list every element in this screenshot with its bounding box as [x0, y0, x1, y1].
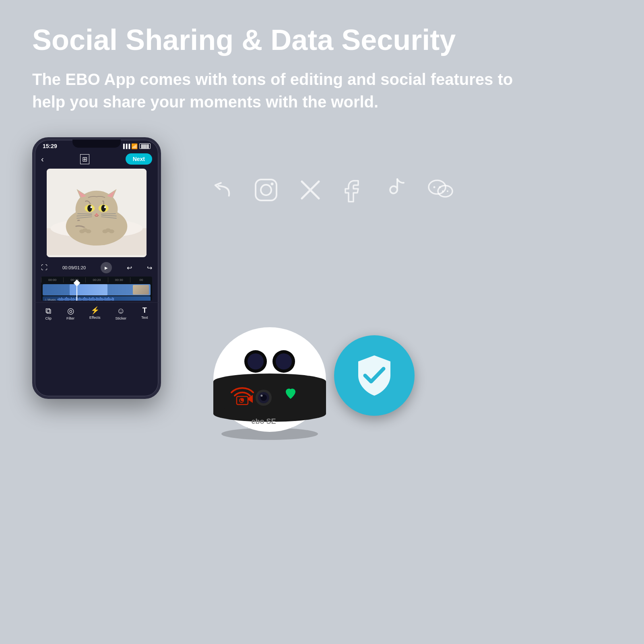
svg-rect-71 — [107, 298, 108, 301]
svg-rect-58 — [91, 298, 92, 301]
waveform — [58, 297, 114, 301]
svg-rect-34 — [62, 298, 63, 301]
svg-rect-57 — [90, 298, 91, 301]
content-area: 15:29 ▐▐▐ 📶 ▓▓▓ ‹ ⊞ Next — [32, 137, 612, 440]
ruler-30: 00:30 — [108, 277, 130, 283]
filter-icon: ◎ — [67, 307, 74, 315]
svg-rect-31 — [59, 298, 60, 301]
svg-point-92 — [213, 374, 326, 390]
svg-rect-65 — [100, 297, 101, 301]
sticker-icon: ☺ — [117, 307, 125, 315]
phone-notch — [72, 140, 121, 148]
svg-rect-43 — [73, 298, 74, 301]
svg-rect-50 — [82, 299, 83, 300]
svg-rect-35 — [64, 299, 64, 300]
phone-header: ‹ ⊞ Next — [35, 151, 159, 167]
timeline-track: 00:00 00:10 00:20 00:30 00 — [41, 277, 152, 301]
svg-point-80 — [429, 180, 446, 194]
svg-rect-48 — [79, 297, 80, 301]
svg-rect-77 — [256, 180, 277, 200]
page-subtitle: The EBO App comes with tons of editing a… — [32, 68, 515, 113]
back-button[interactable]: ‹ — [41, 155, 44, 164]
svg-point-13 — [90, 206, 92, 208]
timeline-ruler: 00:00 00:10 00:20 00:30 00 — [41, 277, 152, 283]
svg-rect-70 — [106, 298, 107, 301]
clip-icon: ⧉ — [45, 307, 51, 315]
tiktok-icon — [384, 178, 407, 206]
phone-frame: 15:29 ▐▐▐ 📶 ▓▓▓ ‹ ⊞ Next — [32, 137, 161, 399]
text-label: Text — [141, 316, 148, 320]
svg-rect-39 — [68, 298, 69, 301]
svg-point-12 — [101, 205, 105, 212]
svg-rect-53 — [85, 298, 86, 301]
shield-badge — [334, 335, 415, 416]
next-button[interactable]: Next — [126, 153, 152, 165]
phone-toolbar: ⧉ Clip ◎ Filter ⚡ Effects ☺ Sticker — [35, 302, 159, 324]
svg-point-79 — [271, 183, 274, 186]
svg-rect-41 — [71, 297, 72, 301]
svg-rect-63 — [97, 298, 98, 301]
svg-rect-40 — [70, 299, 70, 300]
svg-rect-68 — [103, 299, 104, 300]
svg-rect-56 — [89, 297, 90, 301]
redo-icon[interactable]: ↪ — [147, 264, 152, 272]
clock: 15:29 — [43, 143, 57, 149]
svg-point-85 — [447, 190, 448, 192]
cat-illustration — [47, 169, 147, 257]
svg-rect-61 — [95, 299, 96, 300]
svg-point-84 — [442, 190, 444, 192]
svg-rect-33 — [61, 297, 62, 301]
twitter-icon — [299, 178, 322, 206]
ruler-20: 00:20 — [85, 277, 107, 283]
svg-rect-73 — [109, 298, 110, 301]
wifi-icon: 📶 — [131, 143, 138, 149]
svg-rect-72 — [108, 297, 109, 301]
sticker-label: Sticker — [115, 316, 126, 320]
svg-rect-75 — [112, 297, 113, 301]
svg-rect-51 — [83, 298, 84, 301]
battery-icon: ▓▓▓ — [139, 143, 151, 149]
svg-rect-38 — [67, 298, 68, 301]
svg-rect-67 — [102, 298, 103, 301]
toolbar-sticker[interactable]: ☺ Sticker — [115, 307, 126, 320]
fullscreen-icon[interactable]: ⛶ — [41, 264, 47, 271]
page-container: Social Sharing & Data Security The EBO A… — [0, 0, 644, 644]
svg-point-103 — [248, 353, 264, 369]
svg-rect-49 — [80, 298, 81, 301]
play-button[interactable]: ▶ — [101, 262, 112, 273]
svg-rect-62 — [96, 297, 97, 301]
robot-container: ebo SE — [193, 239, 415, 440]
signal-icon: ▐▐▐ — [122, 144, 130, 149]
svg-rect-47 — [78, 298, 79, 301]
duration-display: 00:09/01:20 — [62, 265, 86, 270]
status-icons: ▐▐▐ 📶 ▓▓▓ — [122, 143, 151, 149]
svg-rect-64 — [99, 298, 99, 301]
svg-point-97 — [261, 395, 263, 397]
playhead — [76, 282, 77, 301]
svg-rect-59 — [93, 297, 93, 301]
svg-rect-44 — [74, 299, 75, 300]
facebook-icon — [342, 178, 364, 206]
svg-rect-37 — [66, 297, 67, 301]
svg-rect-36 — [65, 298, 66, 301]
svg-point-29 — [109, 229, 114, 233]
phone-mockup: 15:29 ▐▐▐ 📶 ▓▓▓ ‹ ⊞ Next — [32, 137, 161, 399]
clip-label: Clip — [45, 316, 52, 320]
toolbar-effects[interactable]: ⚡ Effects — [89, 307, 100, 320]
ruler-00: 00:00 — [41, 277, 63, 283]
svg-rect-52 — [84, 297, 85, 301]
svg-point-78 — [261, 185, 271, 195]
page-title: Social Sharing & Data Security — [32, 24, 612, 56]
toolbar-filter[interactable]: ◎ Filter — [66, 307, 74, 320]
effects-icon: ⚡ — [91, 307, 99, 314]
effects-label: Effects — [89, 316, 100, 320]
toolbar-text[interactable]: T Text — [141, 307, 148, 320]
undo-icon[interactable]: ↩ — [127, 264, 132, 272]
instagram-icon — [254, 178, 279, 206]
wechat-icon — [427, 178, 455, 206]
expand-icon[interactable]: ⊞ — [80, 154, 89, 164]
toolbar-clip[interactable]: ⧉ Clip — [45, 307, 52, 320]
svg-rect-76 — [113, 298, 114, 301]
svg-rect-60 — [94, 298, 95, 301]
social-icons-row — [209, 178, 455, 206]
